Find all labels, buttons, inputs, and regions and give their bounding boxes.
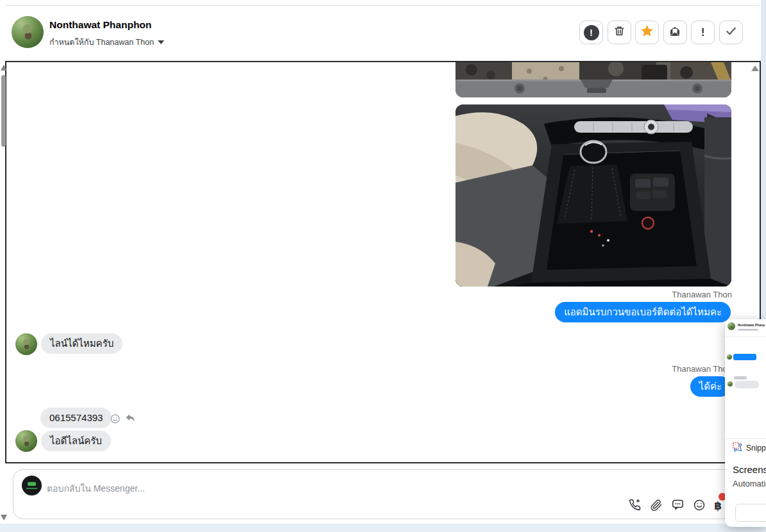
message-avatar — [15, 430, 37, 452]
star-icon — [640, 24, 654, 41]
preview-subtitle-bar — [738, 329, 758, 331]
page-scrollbar-thumb[interactable] — [1, 75, 6, 147]
message-bubble-outgoing[interactable]: แอดมินรบกวนขอเบอร์ติดต่อได้ไหมคะ — [555, 302, 731, 322]
preview-divider — [725, 337, 766, 337]
react-smiley-icon[interactable] — [110, 413, 121, 427]
call-add-icon[interactable] — [628, 498, 642, 514]
mark-done-button[interactable] — [719, 21, 743, 44]
conversation-panel: Thanawan Thon แอดมินรบกวนขอเบอร์ติดต่อได… — [5, 61, 761, 463]
page-avatar — [22, 476, 42, 495]
engine-bay-illustration — [455, 62, 731, 97]
alert-circle-icon: ! — [584, 25, 599, 40]
envelope-unread-icon — [668, 25, 681, 40]
snipping-tool-notification[interactable]: Nonthawat Phanphon Snipping Tool Screens… — [725, 319, 766, 527]
report-spam-button[interactable]: ! — [579, 21, 603, 44]
follow-up-button[interactable] — [635, 21, 659, 44]
page-scroll-down-arrow[interactable] — [1, 515, 7, 520]
composer-toolbar: ฿ — [628, 498, 722, 514]
saved-replies-icon[interactable] — [671, 498, 685, 514]
notification-app-name: Snipping Tool — [746, 444, 766, 453]
notification-divider — [725, 438, 766, 439]
preview-highlighted-message — [733, 354, 756, 360]
message-bubble-incoming[interactable]: ไลน์ได้ไหมครับ — [41, 333, 123, 354]
mark-important-button[interactable]: ! — [691, 21, 715, 44]
emoji-icon[interactable] — [693, 499, 706, 514]
payment-baht-icon[interactable]: ฿ — [714, 499, 722, 513]
preview-mini-avatar — [727, 354, 732, 360]
chevron-down-icon — [158, 40, 164, 44]
messenger-inbox-window: Nonthawat Phanphon กำหนดให้กับ Thanawan … — [0, 0, 766, 532]
window-edge-strip-bottom — [0, 524, 766, 532]
sender-name-label: Thanawan Thon — [672, 290, 732, 299]
chat-scroll-up-arrow[interactable] — [751, 65, 759, 71]
preview-contact-name: Nonthawat Phanphon — [738, 323, 765, 327]
assignee-row[interactable]: กำหนดให้กับ Thanawan Thon — [49, 36, 164, 49]
exclamation-icon: ! — [701, 26, 705, 39]
engine-bay-photo[interactable] — [455, 62, 731, 97]
mark-unread-button[interactable] — [663, 21, 687, 44]
contact-avatar[interactable] — [12, 16, 44, 48]
check-icon — [724, 24, 738, 40]
contact-name: Nonthawat Phanphon — [49, 19, 151, 31]
message-avatar — [15, 333, 37, 355]
preview-message-bubble — [735, 381, 759, 388]
attachment-icon[interactable] — [650, 499, 663, 514]
reply-input[interactable] — [46, 481, 443, 496]
notification-action-button[interactable] — [735, 504, 766, 522]
reply-arrow-icon[interactable] — [124, 412, 137, 427]
delete-button[interactable] — [608, 21, 631, 44]
page-scroll-up-arrow[interactable] — [1, 65, 7, 71]
preview-avatar — [728, 322, 735, 330]
gear-console-photo[interactable] — [455, 104, 731, 287]
snipping-tool-icon — [733, 442, 742, 454]
header-top-divider — [6, 5, 758, 6]
sender-name-label: Thanawan Thon — [672, 364, 732, 374]
trash-icon — [613, 25, 626, 40]
preview-text-bar — [734, 376, 747, 379]
notification-subtitle: Automatically saved — [733, 479, 766, 488]
message-bubble-incoming[interactable]: ไอดีไลน์ครับ — [41, 431, 111, 451]
preview-mini-avatar — [728, 381, 733, 387]
reply-composer: ฿ — [13, 469, 758, 519]
assignee-label: กำหนดให้กับ Thanawan Thon — [49, 36, 154, 49]
notification-title: Screenshot saved — [733, 464, 766, 475]
conversation-actions-toolbar: ! ! — [579, 21, 743, 44]
gear-console-illustration — [455, 104, 731, 287]
message-bubble-incoming[interactable]: 0615574393 — [40, 408, 112, 428]
